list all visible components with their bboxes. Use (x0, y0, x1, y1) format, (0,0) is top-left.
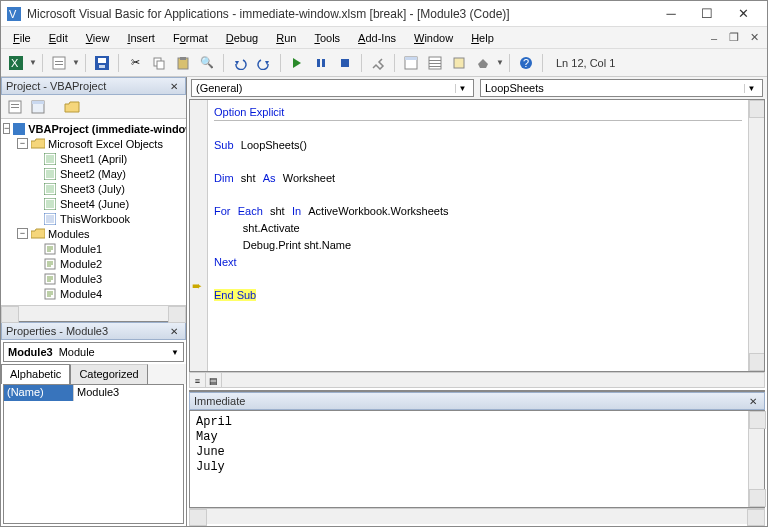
project-hscrollbar[interactable] (1, 305, 186, 321)
project-pane-close-icon[interactable]: ✕ (167, 79, 181, 93)
properties-pane-close-icon[interactable]: ✕ (167, 324, 181, 338)
paste-button[interactable] (172, 52, 194, 74)
undo-button[interactable] (229, 52, 251, 74)
code-vscrollbar[interactable] (748, 100, 764, 371)
properties-button[interactable] (424, 52, 446, 74)
svg-rect-27 (11, 104, 19, 105)
tree-module[interactable]: Module3 (3, 271, 184, 286)
minimize-button[interactable]: ─ (653, 2, 689, 26)
title-bar: V Microsoft Visual Basic for Application… (1, 1, 767, 27)
menu-addins[interactable]: Add-Ins (350, 29, 404, 47)
procedure-view-button[interactable]: ≡ (190, 373, 206, 388)
property-row[interactable]: (Name) Module3 (4, 385, 183, 401)
redo-button[interactable] (253, 52, 275, 74)
full-module-view-button[interactable]: ▤ (206, 373, 222, 388)
reset-button[interactable] (334, 52, 356, 74)
tree-module[interactable]: Module2 (3, 256, 184, 271)
menu-edit[interactable]: Edit (41, 29, 76, 47)
menu-window[interactable]: Window (406, 29, 461, 47)
cursor-position: Ln 12, Col 1 (548, 57, 623, 69)
menu-format[interactable]: Format (165, 29, 216, 47)
svg-text:X: X (11, 57, 19, 69)
menu-debug[interactable]: Debug (218, 29, 266, 47)
tab-alphabetic[interactable]: Alphabetic (1, 364, 70, 384)
maximize-button[interactable]: ☐ (689, 2, 725, 26)
immediate-vscrollbar[interactable] (748, 411, 764, 507)
view-excel-button[interactable]: X (5, 52, 27, 74)
run-button[interactable] (286, 52, 308, 74)
svg-rect-18 (405, 57, 417, 60)
properties-grid[interactable]: (Name) Module3 (3, 384, 184, 524)
toolbox-button[interactable] (472, 52, 494, 74)
project-explorer-button[interactable] (400, 52, 422, 74)
tree-module[interactable]: Module1 (3, 241, 184, 256)
doc-minimize-button[interactable]: – (705, 30, 723, 46)
copy-button[interactable] (148, 52, 170, 74)
tree-sheet[interactable]: Sheet4 (June) (3, 196, 184, 211)
menu-view[interactable]: View (78, 29, 118, 47)
svg-rect-20 (429, 60, 441, 61)
tree-module[interactable]: Module4 (3, 286, 184, 301)
properties-pane-title: Properties - Module3 ✕ (1, 322, 186, 340)
property-value[interactable]: Module3 (74, 385, 183, 401)
toolbar-dropdown-icon[interactable]: ▼ (29, 58, 37, 67)
svg-rect-28 (11, 107, 19, 108)
svg-rect-31 (13, 123, 25, 135)
window-title: Microsoft Visual Basic for Applications … (27, 7, 653, 21)
chevron-down-icon: ▼ (455, 84, 469, 93)
doc-close-button[interactable]: ✕ (745, 30, 763, 46)
execution-pointer-icon: ➨ (192, 279, 202, 293)
tree-sheet[interactable]: Sheet1 (April) (3, 151, 184, 166)
procedure-combo[interactable]: LoopSheets▼ (480, 79, 763, 97)
tree-folder-excel-objects[interactable]: −Microsoft Excel Objects (3, 136, 184, 151)
menu-help[interactable]: Help (463, 29, 502, 47)
svg-rect-6 (55, 64, 63, 65)
object-combo[interactable]: (General)▼ (191, 79, 474, 97)
svg-rect-35 (46, 170, 54, 178)
tree-sheet[interactable]: Sheet3 (July) (3, 181, 184, 196)
find-button[interactable]: 🔍 (196, 52, 218, 74)
tree-thisworkbook[interactable]: ThisWorkbook (3, 211, 184, 226)
toolbar-dropdown-icon[interactable]: ▼ (496, 58, 504, 67)
help-button[interactable]: ? (515, 52, 537, 74)
svg-rect-16 (341, 59, 349, 67)
properties-object-selector[interactable]: Module3 Module ▼ (3, 342, 184, 362)
insert-module-button[interactable] (48, 52, 70, 74)
cut-button[interactable]: ✂ (124, 52, 146, 74)
immediate-pane-close-icon[interactable]: ✕ (746, 394, 760, 408)
break-button[interactable] (310, 52, 332, 74)
menu-tools[interactable]: Tools (306, 29, 348, 47)
save-button[interactable] (91, 52, 113, 74)
svg-rect-15 (322, 59, 325, 67)
svg-rect-9 (99, 65, 105, 68)
doc-restore-button[interactable]: ❐ (725, 30, 743, 46)
svg-rect-5 (55, 61, 63, 62)
menu-run[interactable]: Run (268, 29, 304, 47)
svg-rect-4 (53, 57, 65, 69)
tree-folder-modules[interactable]: −Modules (3, 226, 184, 241)
svg-rect-41 (46, 215, 54, 223)
view-code-button[interactable] (5, 97, 25, 117)
code-view-switcher: ≡ ▤ (189, 372, 765, 388)
tree-sheet[interactable]: Sheet2 (May) (3, 166, 184, 181)
object-browser-button[interactable] (448, 52, 470, 74)
code-gutter[interactable]: ➨ (190, 100, 208, 371)
svg-rect-23 (454, 58, 464, 68)
svg-rect-11 (157, 61, 164, 69)
tree-root[interactable]: −VBAProject (immediate-window.xlsm) (3, 121, 184, 136)
view-object-button[interactable] (28, 97, 48, 117)
menu-insert[interactable]: Insert (119, 29, 163, 47)
chevron-down-icon: ▼ (171, 348, 179, 357)
toolbar-dropdown-icon[interactable]: ▼ (72, 58, 80, 67)
project-tree[interactable]: −VBAProject (immediate-window.xlsm) −Mic… (1, 119, 186, 305)
immediate-hscrollbar[interactable] (189, 508, 765, 524)
tab-categorized[interactable]: Categorized (70, 364, 147, 384)
toggle-folders-button[interactable] (62, 97, 82, 117)
project-pane-title: Project - VBAProject ✕ (1, 77, 186, 95)
close-button[interactable]: ✕ (725, 2, 761, 26)
menu-bar: File Edit View Insert Format Debug Run T… (1, 27, 767, 49)
code-editor[interactable]: Option Explicit Sub LoopSheets() Dim sht… (208, 100, 748, 371)
menu-file[interactable]: File (5, 29, 39, 47)
design-mode-button[interactable] (367, 52, 389, 74)
immediate-window[interactable]: April May June July (190, 411, 748, 507)
